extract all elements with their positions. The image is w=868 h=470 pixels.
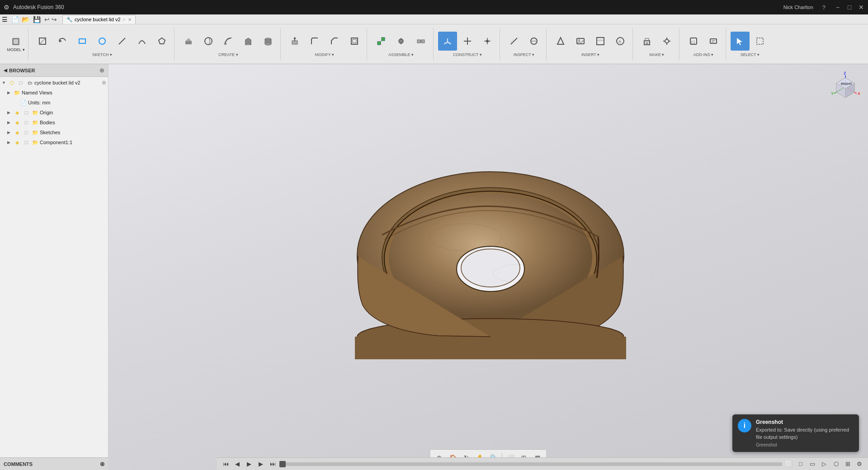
tree-item-bodies[interactable]: ▶ ◈ □ 📁 Bodies (0, 118, 108, 127)
construct-axis-button[interactable] (458, 32, 477, 51)
svg-text:Y: Y (831, 91, 834, 96)
undo-button[interactable]: ↩ (44, 16, 50, 23)
svg-marker-66 (737, 38, 742, 45)
view-cube[interactable]: Z X Y RIGHT (827, 69, 863, 105)
model-mode-button[interactable]: MODEL ▾ (6, 35, 25, 54)
inspect-section-button[interactable] (524, 32, 543, 51)
collapse-icon[interactable]: ◀ (4, 68, 7, 73)
svg-rect-67 (757, 38, 763, 44)
last-frame-button[interactable]: ⏭ (268, 459, 278, 469)
assemble-component-button[interactable] (372, 32, 391, 51)
sketch-edit-button[interactable] (33, 32, 52, 51)
timeline-tool3[interactable]: ▭ (807, 459, 817, 469)
svg-marker-4 (59, 39, 62, 42)
timeline-settings[interactable]: ⚙ (854, 459, 864, 469)
next-frame-button[interactable]: ▶ (256, 459, 266, 469)
tree-item-named-views[interactable]: ▶ 📁 Named Views (0, 88, 108, 98)
addins-settings-button[interactable] (704, 32, 723, 51)
assemble-joint-button[interactable] (392, 32, 410, 51)
modify-chamfer-button[interactable] (325, 32, 344, 51)
file-tab-label: cyclone bucket lid v2 (75, 17, 121, 22)
close-button[interactable]: ✕ (858, 4, 864, 10)
assemble-group: ASSEMBLE ▾ (369, 28, 434, 61)
file-tab-close[interactable]: ✕ (128, 17, 132, 22)
timeline-tool6[interactable]: ⊞ (843, 459, 853, 469)
make-print-button[interactable] (637, 32, 656, 51)
tree-label-bodies: Bodies (40, 120, 106, 125)
svg-rect-1 (14, 39, 18, 44)
first-frame-button[interactable]: ⏮ (221, 459, 231, 469)
main-layout: ◀ BROWSER ⊕ ▼ ⬡ □ 🗁 cyclone bucket lid v… (0, 64, 868, 470)
tree-icon-root: ⬡ (8, 79, 15, 86)
sketch-polygon-button[interactable] (152, 32, 171, 51)
maximize-button[interactable]: □ (846, 4, 853, 10)
modify-fillet-button[interactable] (305, 32, 324, 51)
svg-line-3 (39, 38, 46, 44)
insert-mesh-button[interactable] (551, 32, 570, 51)
notification-content: Greenshot Exported to: Save directly (us… (756, 419, 854, 447)
file-tab-item[interactable]: 🔧 cyclone bucket lid v2 ○ ✕ (62, 15, 136, 24)
insert-image-button[interactable] (571, 32, 590, 51)
browser-header: ◀ BROWSER ⊕ (0, 64, 108, 77)
notification: i Greenshot Exported to: Save directly (… (732, 414, 859, 452)
select-window-button[interactable] (750, 32, 769, 51)
viewport[interactable]: Z X Y RIGHT ⊕ 🏠 ↻ ✋ 🔍 ⬜ ⊞ ▦ (108, 64, 868, 470)
tree-item-origin[interactable]: ▶ ◈ □ 📁 Origin (0, 108, 108, 118)
insert-decal-button[interactable]: A (611, 32, 630, 51)
tree-item-component1[interactable]: ▶ ◈ □ 📁 Component1:1 (0, 137, 108, 147)
user-name: Nick Charlton (783, 5, 813, 10)
tree-settings-icon-root[interactable]: ⚙ (102, 80, 106, 86)
tree-icon-origin3: 📁 (32, 109, 39, 116)
timeline-track[interactable] (279, 462, 782, 466)
construct-point-button[interactable] (478, 32, 497, 51)
minimize-button[interactable]: − (835, 4, 841, 10)
select-group: SELECT ▾ (728, 28, 772, 61)
addins-scripts-button[interactable]: { } (684, 32, 703, 51)
timeline-tool4[interactable]: ▷ (819, 459, 829, 469)
tree-icon-origin2: □ (23, 109, 30, 116)
new-button[interactable]: 📄 (11, 16, 19, 23)
tree-item-root[interactable]: ▼ ⬡ □ 🗁 cyclone bucket lid v2 ⚙ (0, 78, 108, 88)
tree-item-sketches[interactable]: ▶ ◈ □ 📁 Sketches (0, 127, 108, 137)
select-button[interactable] (731, 32, 750, 51)
sketch-label: SKETCH ▾ (92, 52, 112, 57)
timeline-marker[interactable] (279, 461, 286, 467)
inspect-measure-button[interactable] (505, 32, 524, 51)
open-button[interactable]: 📂 (22, 16, 29, 23)
create-sweep-button[interactable] (219, 32, 238, 51)
save-button[interactable]: 💾 (33, 16, 41, 23)
browser-settings-icon[interactable]: ⊕ (99, 67, 104, 74)
help-icon[interactable]: ? (822, 4, 826, 11)
modify-shell-button[interactable] (345, 32, 364, 51)
redo-button[interactable]: ↪ (52, 16, 57, 23)
make-settings-button[interactable] (657, 32, 676, 51)
create-box-button[interactable] (239, 32, 258, 51)
tree-item-units[interactable]: ▶ 📄 Units: mm (0, 98, 108, 108)
sketch-arc-button[interactable] (132, 32, 151, 51)
create-revolve-button[interactable] (199, 32, 218, 51)
svg-rect-55 (646, 42, 648, 44)
app-menu-icon[interactable]: ☰ (2, 16, 8, 23)
modify-press-pull-button[interactable] (285, 32, 304, 51)
sketch-undo-button[interactable] (53, 32, 72, 51)
play-button[interactable]: ▶ (244, 459, 254, 469)
timeline-tool1[interactable]: ⬜ (784, 459, 794, 469)
svg-marker-10 (185, 38, 192, 41)
sketch-group: SKETCH ▾ (30, 28, 175, 61)
svg-text:{ }: { } (691, 40, 695, 44)
timeline-tool2[interactable]: □ (796, 459, 806, 469)
sketch-rect-button[interactable] (73, 32, 92, 51)
timeline-tool5[interactable]: ⬡ (831, 459, 841, 469)
comments-expand-icon[interactable]: ⊕ (100, 461, 105, 467)
construct-plane-button[interactable] (438, 32, 457, 51)
notification-sub: Greenshot (756, 442, 854, 447)
prev-frame-button[interactable]: ◀ (232, 459, 242, 469)
create-extrude-button[interactable] (179, 32, 198, 51)
tree-icon-bodies1: ◈ (14, 119, 21, 126)
assemble-rigid-button[interactable] (411, 32, 430, 51)
insert-canvas-button[interactable] (591, 32, 610, 51)
inspect-label: INSPECT ▾ (514, 52, 534, 57)
sketch-circle-button[interactable] (93, 32, 112, 51)
sketch-line-button[interactable] (113, 32, 132, 51)
create-cylinder-button[interactable] (259, 32, 278, 51)
